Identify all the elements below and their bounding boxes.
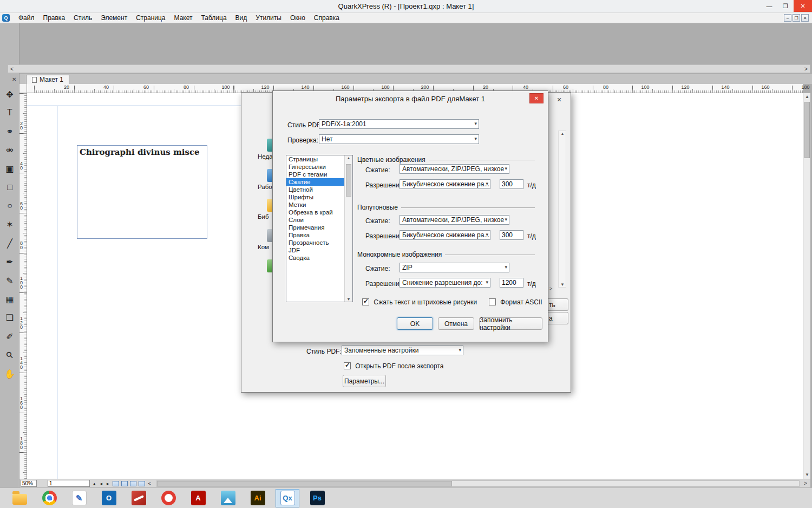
monochrome-compression-combobox[interactable]: ZIP▾	[400, 263, 509, 272]
color-compression-combobox[interactable]: Автоматически, ZIP/JPEG, низкое▾	[400, 164, 509, 174]
monochrome-resolution-combobox[interactable]: Снижение разрешения до:▾	[400, 278, 490, 288]
chrome-taskbar-button[interactable]	[37, 489, 61, 507]
menu-item-4[interactable]: Страница	[132, 13, 169, 23]
panel-scrollbar-thumb[interactable]	[346, 164, 351, 197]
file-list-scrollbar[interactable]: ▴ ▼	[558, 131, 566, 288]
pdf-style-combobox[interactable]: PDF/X-1a:2001▾	[319, 119, 479, 129]
remember-settings-button[interactable]: Запомнить настройки	[479, 317, 542, 330]
menu-item-10[interactable]: Справка	[310, 13, 344, 23]
ascii-format-checkbox[interactable]	[489, 298, 496, 305]
line-tool[interactable]: ╱	[2, 236, 17, 251]
scroll-right-icon-bottom[interactable]: >	[802, 480, 809, 486]
panel-list-item[interactable]: Метки	[286, 201, 352, 209]
composition-zones-tool[interactable]: ❏	[2, 310, 17, 325]
close-button[interactable]: ✕	[794, 0, 812, 12]
top-horizontal-scrollbar[interactable]: < >	[8, 64, 810, 73]
open-after-export-checkbox[interactable]	[344, 362, 351, 369]
collapse-left-icon[interactable]: <	[147, 481, 152, 486]
menu-item-7[interactable]: Вид	[231, 13, 252, 23]
next-page-icon[interactable]: ▸	[106, 481, 110, 486]
view-mode-icon-2[interactable]	[121, 481, 128, 486]
grayscale-compression-combobox[interactable]: Автоматически, ZIP/JPEG, низкое▾	[400, 215, 509, 225]
view-mode-icon-3[interactable]	[130, 481, 136, 486]
menu-item-3[interactable]: Элемент	[96, 13, 132, 23]
mdi-close-button[interactable]: ✕	[801, 14, 809, 22]
bezier-pen-tool[interactable]: ✒	[2, 255, 17, 270]
panel-list-item[interactable]: Гиперссылки	[286, 163, 352, 171]
text-frame[interactable]: Chirographi divinus misce	[77, 145, 207, 239]
explorer-taskbar-button[interactable]	[8, 489, 31, 507]
text-unlinking-tool[interactable]: ⚮	[2, 142, 17, 158]
panel-list-item[interactable]: Примечания	[286, 224, 352, 231]
previous-page-icon[interactable]: ◂	[99, 481, 104, 486]
view-mode-icon-4[interactable]	[139, 481, 145, 486]
scroll-down-icon[interactable]: ▼	[803, 471, 811, 479]
panel-scroll-up-icon[interactable]: ▴	[345, 155, 352, 160]
mdi-minimize-button[interactable]: –	[784, 14, 791, 22]
text-linking-tool[interactable]: ⚭	[2, 124, 17, 139]
panel-list-item[interactable]: Прозрачность	[286, 239, 352, 246]
panel-list-item[interactable]: Сводка	[286, 254, 352, 262]
save-button-partial[interactable]: ть	[547, 298, 568, 311]
page-number-input[interactable]	[48, 480, 90, 487]
acrobat-taskbar-button[interactable]: A	[186, 489, 210, 507]
mdi-restore-button[interactable]: ❐	[793, 14, 800, 22]
panel-list-item[interactable]: Шрифты	[286, 193, 352, 201]
rectangle-box-tool[interactable]: □	[2, 180, 17, 195]
page-up-icon[interactable]: ▴	[92, 481, 97, 486]
layout-tab[interactable]: Макет 1	[26, 75, 69, 84]
redapp-taskbar-button[interactable]	[127, 489, 150, 507]
panel-list-item[interactable]: Цветной	[286, 186, 352, 193]
starburst-tool[interactable]: ✶	[2, 217, 17, 232]
color-resolution-combobox[interactable]: Бикубическое снижение ра...▾	[400, 179, 490, 189]
notes-taskbar-button[interactable]: ✎	[67, 489, 91, 507]
color-dpi-input[interactable]	[500, 179, 523, 189]
cancel-button[interactable]: Отмена	[438, 317, 474, 330]
photoshop-taskbar-button[interactable]: Ps	[305, 489, 329, 507]
zoom-input[interactable]	[21, 480, 37, 487]
menu-item-8[interactable]: Утилиты	[251, 13, 286, 23]
opera-taskbar-button[interactable]	[156, 489, 180, 507]
tab-close-icon[interactable]: ✕	[12, 76, 16, 82]
outlook-taskbar-button[interactable]: O	[97, 489, 121, 507]
cancel-button-partial[interactable]: а	[547, 312, 568, 324]
menu-item-2[interactable]: Стиль	[69, 13, 96, 23]
photos-taskbar-button[interactable]	[216, 489, 240, 507]
grayscale-dpi-input[interactable]	[500, 230, 523, 240]
scroll-right-icon[interactable]: >	[802, 66, 810, 72]
panel-scroll-down-icon[interactable]: ▼	[345, 297, 352, 302]
panel-list-item[interactable]: JDF	[286, 246, 352, 254]
panel-list-item[interactable]: PDF с тегами	[286, 171, 352, 178]
panel-list-item[interactable]: Страницы	[286, 155, 352, 163]
panel-list-item[interactable]: Слои	[286, 216, 352, 224]
text-content-tool[interactable]: T	[2, 105, 17, 120]
panel-list-item[interactable]: Правка	[286, 231, 352, 239]
monochrome-dpi-input[interactable]	[500, 278, 523, 288]
horizontal-scrollbar[interactable]	[156, 480, 800, 487]
options-button[interactable]: Параметры...	[343, 375, 386, 387]
tables-tool[interactable]: ▦	[2, 291, 17, 307]
grayscale-resolution-combobox[interactable]: Бикубическое снижение ра...▾	[400, 230, 490, 240]
quarkxpress-taskbar-button[interactable]: Qx	[276, 489, 299, 507]
compress-text-checkbox[interactable]	[362, 298, 369, 305]
verification-combobox[interactable]: Нет▾	[319, 134, 479, 144]
eyedropper-tool[interactable]: ✐	[2, 329, 17, 344]
minimize-button[interactable]: —	[761, 0, 777, 12]
export-dialog-close-icon[interactable]: ✕	[552, 95, 566, 105]
oval-box-tool[interactable]: ○	[2, 198, 17, 213]
zoom-tool[interactable]: ⚲	[2, 348, 17, 363]
menu-item-1[interactable]: Правка	[39, 13, 70, 23]
menu-item-5[interactable]: Макет	[170, 13, 197, 23]
menu-item-9[interactable]: Окно	[286, 13, 310, 23]
panel-list-scrollbar[interactable]: ▴ ▼	[344, 155, 352, 302]
horizontal-scrollbar-thumb[interactable]	[157, 481, 452, 486]
panel-list-item[interactable]: Обрезка в край	[286, 209, 352, 216]
vertical-scrollbar[interactable]: ▲ ▼	[803, 93, 810, 479]
scroll-left-icon[interactable]: <	[8, 66, 16, 72]
illustrator-taskbar-button[interactable]: Ai	[246, 489, 270, 507]
export-pdf-style-combobox[interactable]: Запомненные настройки▾	[342, 346, 463, 355]
picture-content-tool[interactable]: ▣	[2, 161, 17, 177]
item-tool[interactable]: ✥	[2, 87, 17, 102]
file-scroll-down-icon[interactable]: ▼	[559, 282, 566, 287]
scroll-up-icon[interactable]: ▲	[803, 93, 811, 101]
